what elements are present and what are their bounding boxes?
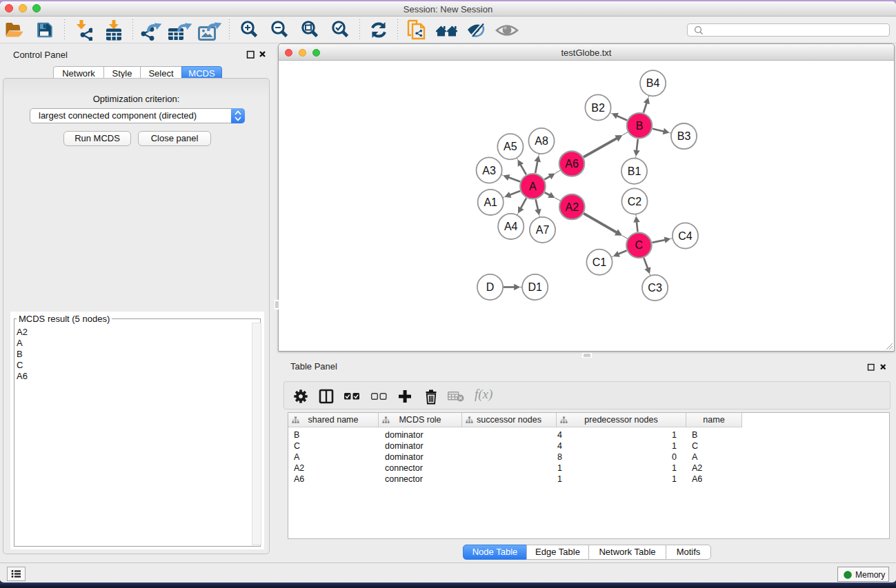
svg-text:A2: A2	[566, 201, 579, 213]
svg-text:C2: C2	[628, 196, 642, 207]
svg-text:A5: A5	[504, 141, 517, 152]
svg-text:C1: C1	[593, 256, 607, 268]
svg-text:B3: B3	[677, 130, 691, 142]
svg-text:A8: A8	[535, 135, 548, 147]
svg-text:A4: A4	[504, 221, 518, 232]
svg-text:C4: C4	[678, 230, 693, 242]
svg-text:B: B	[636, 120, 644, 132]
svg-text:A7: A7	[536, 224, 550, 236]
svg-text:C: C	[635, 239, 644, 251]
svg-text:A: A	[529, 181, 537, 192]
svg-text:C3: C3	[648, 282, 662, 294]
svg-text:A6: A6	[565, 158, 579, 170]
svg-text:D1: D1	[528, 281, 542, 293]
svg-text:B2: B2	[591, 102, 605, 114]
svg-text:D: D	[486, 281, 495, 293]
svg-text:B4: B4	[646, 77, 660, 89]
svg-text:A3: A3	[482, 165, 496, 176]
svg-text:A1: A1	[484, 196, 497, 208]
svg-text:B1: B1	[628, 165, 641, 177]
